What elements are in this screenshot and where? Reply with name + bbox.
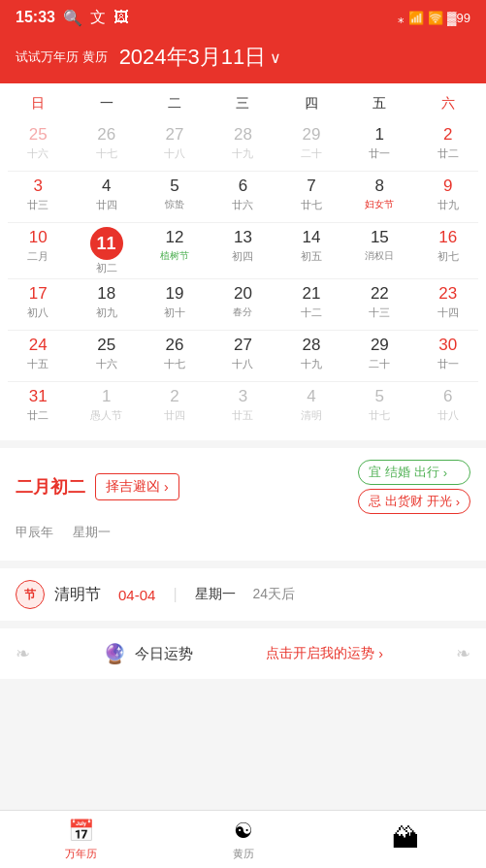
huangli-nav-icon: ☯ — [234, 819, 253, 844]
zeji-button[interactable]: 择吉避凶 › — [95, 473, 179, 500]
calendar-week-5: 24十五 25十六 26十七 27十八 28十九 29二十 30廿一 — [0, 331, 486, 381]
weekday-text: 星期一 — [73, 524, 111, 541]
calendar-week-2: 3廿三 4廿四 5惊蛰 6廿六 7廿七 8妇女节 9廿九 — [0, 172, 486, 222]
fortune-title: 今日运势 — [135, 645, 193, 663]
date-text: 2024年3月11日 — [119, 43, 267, 72]
status-time: 15:33 — [16, 9, 55, 26]
fortune-section[interactable]: ❧ 🔮 今日运势 点击开启我的运势 › ❧ — [0, 628, 486, 679]
nav-label-huangli: 黄历 — [233, 847, 254, 861]
cal-day[interactable]: 9廿九 — [414, 172, 482, 222]
calendar-section: 日 一 二 三 四 五 六 25十六 26十七 27十八 28十九 29二十 1… — [0, 83, 486, 440]
cal-day[interactable]: 20春分 — [209, 279, 276, 330]
weekday-header: 日 一 二 三 四 五 六 — [0, 91, 486, 116]
calendar-week-3: 10二月 11 初二 12植树节 13初四 14初五 15消权日 16初七 — [0, 223, 486, 278]
weekday-sat: 六 — [414, 91, 482, 116]
zeji-chevron-icon: › — [164, 479, 169, 495]
weekday-thu: 四 — [277, 91, 345, 116]
cal-day[interactable]: 8妇女节 — [345, 172, 413, 222]
cal-day[interactable]: 22十三 — [345, 279, 413, 330]
ji-badge[interactable]: 忌 出货财 开光 › — [358, 489, 470, 514]
cal-day[interactable]: 25十六 — [72, 331, 140, 381]
battery-icon: ▓99 — [447, 11, 470, 25]
bottom-nav: 📅 万年历 ☯ 黄历 🏔 — [0, 810, 486, 868]
cal-day[interactable]: 12植树节 — [141, 223, 209, 278]
cal-day[interactable]: 27十八 — [141, 120, 209, 171]
cal-day[interactable]: 17初八 — [4, 279, 72, 330]
fortune-decor-left: ❧ — [16, 643, 30, 664]
cal-day[interactable]: 25十六 — [4, 120, 72, 171]
cal-day[interactable]: 30廿一 — [414, 331, 482, 381]
cal-day-today[interactable]: 11 初二 — [72, 223, 140, 278]
cal-day[interactable]: 28十九 — [209, 120, 276, 171]
festival-reminder[interactable]: 节 清明节 04-04 | 星期一 24天后 — [0, 568, 486, 621]
ji-text: 忌 出货财 开光 — [369, 493, 451, 510]
yi-ji-group: 宜 结婚 出行 › 忌 出货财 开光 › — [358, 460, 470, 514]
cal-day[interactable]: 5廿七 — [345, 382, 413, 433]
cal-day[interactable]: 13初四 — [209, 223, 276, 278]
cal-day[interactable]: 1廿一 — [345, 120, 413, 171]
weekday-wed: 三 — [209, 91, 276, 116]
cal-day[interactable]: 6廿八 — [414, 382, 482, 433]
fortune-button[interactable]: 点击开启我的运势 › — [266, 645, 383, 662]
fortune-decor-right: ❧ — [456, 643, 470, 664]
calendar-week-1: 25十六 26十七 27十八 28十九 29二十 1廿一 2廿二 — [0, 120, 486, 171]
info-panel: 二月初二 择吉避凶 › 宜 结婚 出行 › 忌 出货财 开光 › 甲辰年 星期一 — [0, 448, 486, 561]
cal-day[interactable]: 18初九 — [72, 279, 140, 330]
cal-day[interactable]: 26十七 — [72, 120, 140, 171]
cal-day[interactable]: 26十七 — [141, 331, 209, 381]
nav-item-huangli[interactable]: ☯ 黄历 — [162, 813, 324, 867]
calendar-week-6: 31廿二 1愚人节 2廿四 3廿五 4清明 5廿七 6廿八 — [0, 382, 486, 433]
weekday-sun: 日 — [4, 91, 72, 116]
festival-tag: 节 — [16, 580, 45, 609]
cal-day[interactable]: 24十五 — [4, 331, 72, 381]
ganzhi-text: 甲辰年 — [16, 524, 53, 541]
cal-day[interactable]: 3廿三 — [4, 172, 72, 222]
cal-day[interactable]: 10二月 — [4, 223, 72, 278]
weekday-tue: 二 — [141, 91, 209, 116]
ganzhi-row: 甲辰年 星期一 — [16, 524, 470, 541]
cal-day[interactable]: 14初五 — [277, 223, 345, 278]
app-name: 试试万年历 黄历 — [16, 49, 108, 66]
cal-day[interactable]: 15消权日 — [345, 223, 413, 278]
calendar-week-4: 17初八 18初九 19初十 20春分 21十二 22十三 23十四 — [0, 279, 486, 330]
ji-chevron-icon: › — [456, 495, 460, 509]
header-date[interactable]: 2024年3月11日 ∨ — [119, 43, 282, 72]
date-chevron-icon: ∨ — [270, 48, 281, 67]
status-icons: ⁎ 📶 🛜 ▓99 — [398, 11, 470, 25]
cal-day[interactable]: 2廿二 — [414, 120, 482, 171]
signal-icon: 📶 — [408, 11, 424, 25]
cal-day[interactable]: 16初七 — [414, 223, 482, 278]
yi-badge[interactable]: 宜 结婚 出行 › — [358, 460, 470, 485]
nav-item-more[interactable]: 🏔 — [324, 817, 486, 863]
festival-weekday: 星期一 — [195, 586, 236, 603]
cal-day[interactable]: 21十二 — [277, 279, 345, 330]
yi-text: 宜 结婚 出行 — [369, 464, 438, 481]
cal-day[interactable]: 27十八 — [209, 331, 276, 381]
cal-day[interactable]: 7廿七 — [277, 172, 345, 222]
zeji-label: 择吉避凶 — [106, 478, 160, 496]
cal-day[interactable]: 23十四 — [414, 279, 482, 330]
cal-day[interactable]: 31廿二 — [4, 382, 72, 433]
divider: | — [173, 586, 177, 603]
festival-days-later: 24天后 — [253, 586, 296, 603]
cal-day[interactable]: 6廿六 — [209, 172, 276, 222]
status-img-icon: 🖼 — [113, 9, 129, 26]
fortune-icon: 🔮 — [103, 642, 127, 665]
bluetooth-icon: ⁎ — [398, 11, 405, 25]
cal-day[interactable]: 28十九 — [277, 331, 345, 381]
cal-day[interactable]: 4清明 — [277, 382, 345, 433]
cal-day[interactable]: 5惊蛰 — [141, 172, 209, 222]
cal-day[interactable]: 4廿四 — [72, 172, 140, 222]
nav-item-calendar[interactable]: 📅 万年历 — [0, 813, 162, 867]
cal-day[interactable]: 3廿五 — [209, 382, 276, 433]
lunar-day-text: 二月初二 — [16, 475, 85, 498]
weekday-mon: 一 — [72, 91, 140, 116]
cal-day[interactable]: 2廿四 — [141, 382, 209, 433]
cal-day[interactable]: 29二十 — [345, 331, 413, 381]
cal-day[interactable]: 19初十 — [141, 279, 209, 330]
wifi-icon: 🛜 — [428, 11, 443, 25]
fortune-btn-text: 点击开启我的运势 — [266, 645, 374, 662]
cal-day[interactable]: 29二十 — [277, 120, 345, 171]
cal-day[interactable]: 1愚人节 — [72, 382, 140, 433]
more-nav-icon: 🏔 — [392, 822, 419, 854]
